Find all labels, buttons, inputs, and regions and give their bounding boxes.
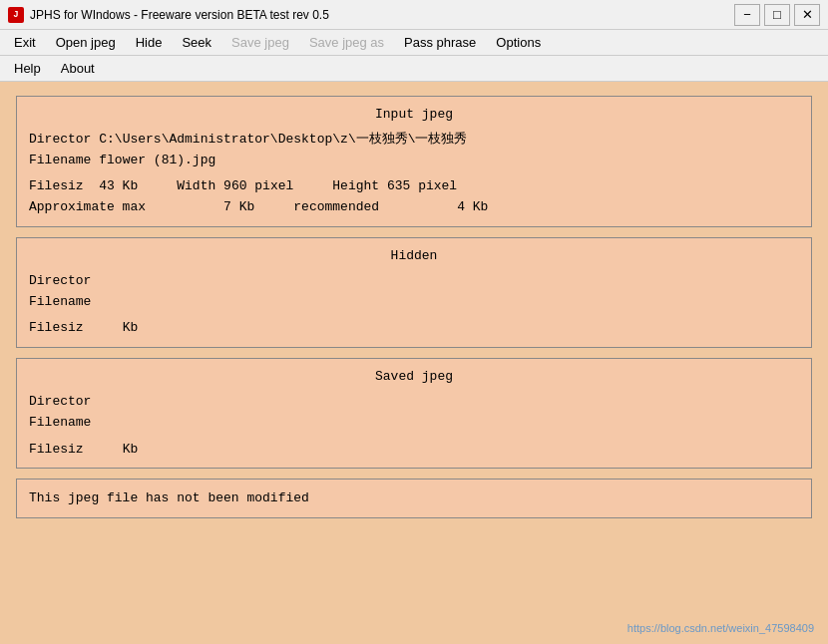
- menu-save-jpeg: Save jpeg: [221, 30, 299, 55]
- hidden-panel: Hidden Director Filename Filesiz Kb: [16, 237, 812, 348]
- menu-options[interactable]: Options: [486, 30, 551, 55]
- input-jpeg-title: Input jpeg: [29, 105, 799, 126]
- saved-filesize-row: Filesiz Kb: [29, 440, 799, 461]
- hidden-filename-label: Filename: [29, 294, 91, 309]
- menu-bar-2: Help About: [0, 56, 828, 82]
- menu-open-jpeg[interactable]: Open jpeg: [46, 30, 126, 55]
- input-recommended-value: 4 Kb: [457, 199, 488, 214]
- input-approx-value: 7 Kb: [223, 199, 254, 214]
- hidden-filesize-row: Filesiz Kb: [29, 318, 799, 339]
- input-filesize-value: 43 Kb: [99, 178, 138, 193]
- saved-jpeg-title: Saved jpeg: [29, 367, 799, 388]
- menu-help[interactable]: Help: [4, 56, 51, 81]
- hidden-filesize-label: Filesiz: [29, 320, 84, 335]
- menu-bar-1: Exit Open jpeg Hide Seek Save jpeg Save …: [0, 30, 828, 56]
- hidden-filename-row: Filename: [29, 292, 799, 313]
- menu-exit[interactable]: Exit: [4, 30, 46, 55]
- saved-jpeg-panel: Saved jpeg Director Filename Filesiz Kb: [16, 358, 812, 469]
- watermark: https://blog.csdn.net/weixin_47598409: [627, 622, 814, 634]
- close-button[interactable]: ✕: [794, 4, 820, 26]
- minimize-button[interactable]: −: [734, 4, 760, 26]
- hidden-title: Hidden: [29, 246, 799, 267]
- input-filename-label: Filename: [29, 153, 91, 167]
- window-controls: − □ ✕: [734, 4, 820, 26]
- menu-about[interactable]: About: [51, 56, 105, 81]
- input-height-label: Height: [332, 178, 379, 193]
- hidden-filesize-value: Kb: [123, 320, 139, 335]
- menu-hide[interactable]: Hide: [126, 30, 173, 55]
- input-directory-label: Director: [29, 132, 91, 147]
- input-recommended-label: recommended: [293, 199, 379, 214]
- window-title: JPHS for WIndows - Freeware version BETA…: [30, 8, 329, 22]
- input-directory-row: Director C:\Users\Administrator\Desktop\…: [29, 130, 799, 151]
- input-approx-label: Approximate max: [29, 199, 146, 214]
- menu-save-jpeg-as: Save jpeg as: [299, 30, 394, 55]
- title-bar: J JPHS for WIndows - Freeware version BE…: [0, 0, 828, 30]
- title-bar-left: J JPHS for WIndows - Freeware version BE…: [8, 7, 329, 23]
- saved-filename-label: Filename: [29, 415, 91, 430]
- main-content: Input jpeg Director C:\Users\Administrat…: [0, 82, 828, 644]
- input-jpeg-panel: Input jpeg Director C:\Users\Administrat…: [16, 96, 812, 227]
- saved-filesize-value: Kb: [123, 442, 139, 457]
- input-approx-row: Approximate max 7 Kb recommended 4 Kb: [29, 197, 799, 218]
- input-width-value: 960 pixel: [223, 178, 293, 193]
- input-filename-row: Filename flower (81).jpg: [29, 151, 799, 171]
- saved-directory-label: Director: [29, 394, 91, 409]
- input-filesize-label: Filesiz: [29, 178, 84, 193]
- input-filesize-row: Filesiz 43 Kb Width 960 pixel Height 635…: [29, 176, 799, 197]
- status-message: This jpeg file has not been modified: [29, 490, 309, 505]
- saved-directory-row: Director: [29, 392, 799, 413]
- saved-filename-row: Filename: [29, 413, 799, 434]
- restore-button[interactable]: □: [764, 4, 790, 26]
- status-panel: This jpeg file has not been modified: [16, 479, 812, 518]
- hidden-directory-label: Director: [29, 273, 91, 288]
- input-width-label: Width: [177, 178, 215, 193]
- saved-filesize-label: Filesiz: [29, 442, 84, 457]
- input-filename-value: flower (81).jpg: [99, 153, 215, 167]
- app-icon: J: [8, 7, 24, 23]
- hidden-directory-row: Director: [29, 271, 799, 292]
- menu-seek[interactable]: Seek: [172, 30, 221, 55]
- menu-pass-phrase[interactable]: Pass phrase: [394, 30, 486, 55]
- input-height-value: 635 pixel: [387, 178, 457, 193]
- input-directory-value: C:\Users\Administrator\Desktop\z\一枝独秀\一枝…: [99, 132, 467, 147]
